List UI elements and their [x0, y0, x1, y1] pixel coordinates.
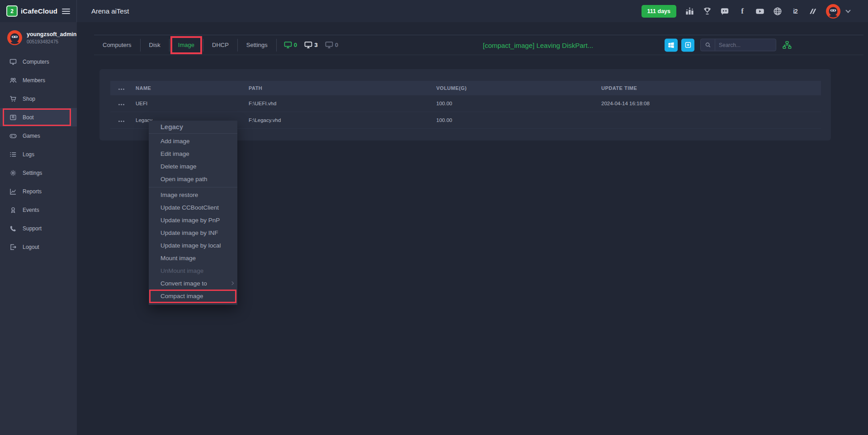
- cell-volume: 100.00: [436, 117, 601, 123]
- logout-icon: [9, 243, 17, 251]
- table-row-uefi[interactable]: UEFI F:\UEFI.vhd 100.00 2024-04-14 16:18…: [110, 95, 821, 112]
- search-box: [700, 39, 776, 51]
- user-avatar[interactable]: [826, 4, 840, 19]
- shop-icon: [9, 95, 17, 103]
- counter-offline[interactable]: 0: [325, 42, 339, 48]
- sidebar-item-shop[interactable]: Shop: [0, 89, 77, 108]
- submenu-chevron-icon: [230, 281, 234, 285]
- topbar-actions: 111 days f i2: [642, 4, 868, 19]
- grid-dots-icon: [118, 89, 120, 90]
- tab-image[interactable]: Image: [170, 39, 203, 51]
- sidebar-item-settings[interactable]: Settings: [0, 164, 77, 182]
- cell-name: UEFI: [136, 101, 249, 106]
- sidebar-item-computers[interactable]: Computers: [0, 52, 77, 71]
- logo-text: iCafeCloud: [21, 7, 57, 15]
- row-menu-icon[interactable]: [118, 121, 120, 122]
- cell-update-time: 2024-04-14 16:18:08: [601, 101, 821, 106]
- tab-disk[interactable]: Disk: [141, 39, 170, 51]
- counter-total[interactable]: 3: [304, 42, 318, 48]
- menu-item-open-image-path[interactable]: Open image path: [149, 173, 237, 186]
- menu-item-edit-image[interactable]: Edit image: [149, 148, 237, 160]
- monitor-white-icon: [304, 42, 312, 48]
- column-path: PATH: [249, 85, 436, 91]
- sidebar-item-members[interactable]: Members: [0, 71, 77, 89]
- sidebar-item-events[interactable]: Events: [0, 201, 77, 219]
- menu-item-update-ccbootclient[interactable]: Update CCBootClient: [149, 201, 237, 214]
- sidebar-item-boot[interactable]: Boot: [0, 108, 77, 126]
- chevron-down-icon[interactable]: [845, 8, 850, 13]
- menu-item-mount-image[interactable]: Mount image: [149, 252, 237, 265]
- layers-icon[interactable]: [808, 7, 817, 16]
- support-phone-icon: [9, 225, 17, 232]
- sidebar-avatar: [7, 30, 22, 45]
- members-icon: [9, 77, 17, 84]
- windows-boot-button[interactable]: [665, 38, 678, 51]
- cell-path: F:\UEFI.vhd: [249, 101, 436, 106]
- counter-online[interactable]: 0: [284, 42, 297, 48]
- days-badge[interactable]: 111 days: [642, 5, 676, 18]
- menu-item-compact-image[interactable]: Compact image: [149, 290, 237, 303]
- column-volume: VOLUME(G): [436, 85, 601, 91]
- games-icon: [9, 132, 17, 140]
- toolbar-actions: [665, 38, 792, 51]
- context-menu-group-2: Image restore Update CCBootClient Update…: [149, 187, 237, 305]
- globe-icon[interactable]: [773, 7, 782, 16]
- facebook-icon[interactable]: f: [738, 7, 747, 16]
- search-input[interactable]: [715, 42, 776, 48]
- events-trophy-icon: [9, 206, 17, 214]
- row-menu-icon[interactable]: [118, 104, 120, 105]
- menu-icon[interactable]: [62, 9, 70, 14]
- tab-settings[interactable]: Settings: [238, 39, 277, 51]
- tab-dhcp[interactable]: DHCP: [203, 39, 238, 51]
- context-menu-group-1: Add image Edit image Delete image Open i…: [149, 134, 237, 187]
- menu-item-image-restore[interactable]: Image restore: [149, 189, 237, 201]
- sidebar-item-games[interactable]: Games: [0, 126, 77, 145]
- computers-icon: [9, 58, 17, 65]
- icafecloud-mini-icon[interactable]: i2: [791, 7, 800, 16]
- youtube-icon[interactable]: [755, 7, 764, 16]
- sidebar-item-logs[interactable]: Logs: [0, 145, 77, 164]
- header-menu-cell: [110, 85, 136, 91]
- cell-volume: 100.00: [436, 101, 601, 106]
- menu-item-update-image-by-local[interactable]: Update image by local: [149, 239, 237, 252]
- logs-icon: [9, 151, 17, 158]
- icafecloud-logo-icon: 2: [6, 5, 18, 17]
- icafecloud-logo: 2 iCafeCloud: [6, 5, 57, 17]
- app-root: 2 iCafeCloud Arena aiTest 111 days f: [0, 0, 868, 435]
- sidebar-item-reports[interactable]: Reports: [0, 182, 77, 201]
- windows-icon: [668, 42, 675, 48]
- client-counters: 0 3 0: [277, 42, 339, 48]
- plus-square-icon: [684, 42, 692, 49]
- page-title: Arena aiTest: [91, 7, 129, 15]
- topbar-brand-section: 2 iCafeCloud: [0, 0, 77, 22]
- ranking-icon[interactable]: [685, 7, 694, 16]
- menu-item-delete-image[interactable]: Delete image: [149, 160, 237, 173]
- menu-item-update-image-by-pnp[interactable]: Update image by PnP: [149, 214, 237, 227]
- sidebar-item-logout[interactable]: Logout: [0, 238, 77, 256]
- image-context-menu: Legacy Add image Edit image Delete image…: [149, 121, 237, 305]
- search-icon[interactable]: [701, 39, 715, 51]
- sidebar: youngzsoft_admin 005193482475 Computers …: [0, 22, 77, 435]
- settings-gear-icon: [9, 169, 17, 177]
- menu-item-convert-image-to[interactable]: Convert image to: [149, 277, 237, 290]
- sidebar-user-id: 005193482475: [27, 39, 76, 44]
- sidebar-item-support[interactable]: Support: [0, 219, 77, 238]
- column-name: NAME: [136, 85, 249, 91]
- image-toolbar: Computers Disk Image DHCP Settings 0 3 0…: [94, 35, 863, 55]
- topbar: 2 iCafeCloud Arena aiTest 111 days f: [0, 0, 868, 22]
- sidebar-user: youngzsoft_admin 005193482475: [0, 22, 77, 52]
- add-image-button[interactable]: [681, 38, 694, 51]
- network-sitemap-icon[interactable]: [783, 41, 792, 49]
- cell-path: F:\Legacy.vhd: [249, 117, 436, 123]
- reports-chart-icon: [9, 188, 17, 195]
- boot-icon: [9, 114, 17, 121]
- menu-item-add-image[interactable]: Add image: [149, 135, 237, 148]
- context-menu-title: Legacy: [149, 121, 237, 134]
- sidebar-username: youngzsoft_admin: [27, 31, 76, 37]
- tab-computers[interactable]: Computers: [94, 39, 141, 51]
- status-message: [compact_image] Leaving DiskPart...: [483, 41, 593, 49]
- menu-item-update-image-by-inf[interactable]: Update image by INF: [149, 227, 237, 239]
- trophy-icon[interactable]: [703, 7, 712, 16]
- discord-icon[interactable]: [720, 7, 729, 16]
- column-update-time: UPDATE TIME: [601, 85, 821, 91]
